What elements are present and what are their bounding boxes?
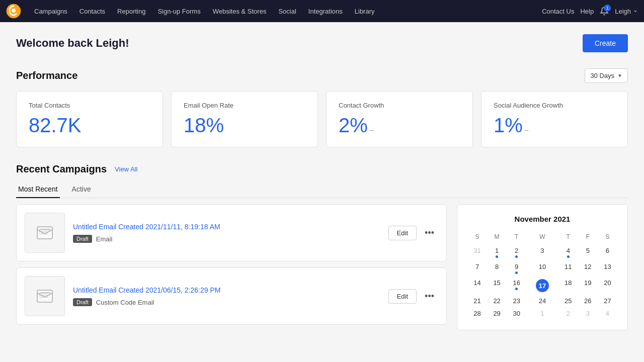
calendar-event-dot xyxy=(567,255,570,258)
calendar-day[interactable]: 9 xyxy=(507,260,526,277)
stat-trend: – xyxy=(525,126,529,134)
calendar-grid: SMTWTFS 31123456789101112131415161718192… xyxy=(467,231,617,320)
period-dropdown[interactable]: 30 Days ▼ xyxy=(585,68,628,83)
calendar-day[interactable]: 1 xyxy=(526,307,558,320)
content-area: Untitled Email Created 2021/11/11, 8:19:… xyxy=(16,198,628,330)
campaign-title[interactable]: Untitled Email Created 2021/06/15, 2:26:… xyxy=(73,286,380,294)
nav-notifications[interactable]: 1 xyxy=(600,7,609,16)
calendar-day[interactable]: 18 xyxy=(558,277,578,295)
page-header: Welcome back Leigh! Create xyxy=(16,34,628,52)
more-options-button[interactable]: ••• xyxy=(421,289,438,304)
calendar-day[interactable]: 21 xyxy=(467,295,487,307)
nav-user-menu[interactable]: Leigh xyxy=(615,8,638,15)
nav-right: Contact Us Help 1 Leigh xyxy=(542,7,638,16)
calendar-day[interactable]: 4 xyxy=(558,244,578,260)
calendar-day[interactable]: 10 xyxy=(526,260,558,277)
more-options-button[interactable]: ••• xyxy=(421,226,438,240)
stat-contact-growth: Contact Growth 2% – xyxy=(326,91,473,147)
campaign-title[interactable]: Untitled Email Created 2021/11/11, 8:19:… xyxy=(73,223,380,231)
calendar-day[interactable]: 2 xyxy=(558,307,578,320)
nav-item-integrations[interactable]: Integrations xyxy=(303,5,348,18)
nav-help[interactable]: Help xyxy=(580,8,594,15)
campaign-actions: Edit ••• xyxy=(388,289,438,304)
calendar-day[interactable]: 5 xyxy=(578,244,598,260)
calendar-day[interactable]: 22 xyxy=(487,295,507,307)
calendar-event-dot xyxy=(515,255,518,258)
campaign-info: Untitled Email Created 2021/11/11, 8:19:… xyxy=(73,223,380,243)
campaign-type: Custom Code Email xyxy=(96,299,154,306)
calendar-day-header: T xyxy=(507,231,526,244)
edit-button[interactable]: Edit xyxy=(388,289,417,304)
svg-rect-7 xyxy=(39,292,50,294)
stat-label: Total Contacts xyxy=(29,102,150,109)
calendar-day[interactable]: 4 xyxy=(598,307,617,320)
calendar-day[interactable]: 7 xyxy=(467,260,487,277)
calendar-event-dot xyxy=(515,288,518,290)
calendar-day[interactable]: 6 xyxy=(598,244,617,260)
campaign-type: Email xyxy=(96,235,113,243)
calendar-day[interactable]: 25 xyxy=(558,295,578,307)
calendar-day[interactable]: 14 xyxy=(467,277,487,295)
calendar-day[interactable]: 3 xyxy=(578,307,598,320)
svg-rect-6 xyxy=(37,290,52,302)
svg-point-1 xyxy=(12,9,16,13)
calendar-day[interactable]: 11 xyxy=(558,260,578,277)
calendar-day[interactable]: 27 xyxy=(598,295,617,307)
nav-item-reporting[interactable]: Reporting xyxy=(112,5,150,18)
nav-user-name: Leigh xyxy=(615,8,631,15)
main-content: Welcome back Leigh! Create Performance 3… xyxy=(0,22,644,342)
calendar-event-dot xyxy=(515,272,518,274)
calendar-day[interactable]: 19 xyxy=(578,277,598,295)
calendar-day-header: S xyxy=(598,231,617,244)
stat-social-audience-growth: Social Audience Growth 1% – xyxy=(481,91,628,147)
campaign-actions: Edit ••• xyxy=(388,226,438,240)
create-button[interactable]: Create xyxy=(583,34,628,52)
calendar-day[interactable]: 2 xyxy=(507,244,526,260)
performance-header: Performance 30 Days ▼ xyxy=(16,68,628,83)
performance-title: Performance xyxy=(16,70,77,81)
calendar-day-header: S xyxy=(467,231,487,244)
calendar-day[interactable]: 20 xyxy=(598,277,617,295)
calendar-day-header: W xyxy=(526,231,558,244)
campaign-meta: Draft Custom Code Email xyxy=(73,298,380,306)
calendar-day[interactable]: 31 xyxy=(467,244,487,260)
calendar-day[interactable]: 16 xyxy=(507,277,526,295)
calendar-day[interactable]: 3 xyxy=(526,244,558,260)
nav-item-campaigns[interactable]: Campaigns xyxy=(29,5,72,18)
campaign-thumbnail xyxy=(25,213,65,253)
nav-item-contacts[interactable]: Contacts xyxy=(74,5,110,18)
calendar-day[interactable]: 30 xyxy=(507,307,526,320)
calendar-day[interactable]: 12 xyxy=(578,260,598,277)
calendar-day[interactable]: 28 xyxy=(467,307,487,320)
campaign-thumbnail xyxy=(25,276,65,316)
campaign-meta: Draft Email xyxy=(73,235,380,243)
calendar-day[interactable]: 24 xyxy=(526,295,558,307)
nav-item-websites-stores[interactable]: Websites & Stores xyxy=(208,5,272,18)
calendar-day[interactable]: 8 xyxy=(487,260,507,277)
campaigns-tabs: Most Recent Active xyxy=(16,181,628,198)
nav-contact-us[interactable]: Contact Us xyxy=(542,8,574,15)
view-all-link[interactable]: View All xyxy=(115,165,137,173)
calendar-day[interactable]: 29 xyxy=(487,307,507,320)
calendar-day[interactable]: 26 xyxy=(578,295,598,307)
tab-active[interactable]: Active xyxy=(70,181,93,198)
svg-rect-3 xyxy=(39,229,50,230)
calendar-day[interactable]: 17 xyxy=(526,277,558,295)
edit-button[interactable]: Edit xyxy=(388,226,417,240)
stats-grid: Total Contacts 82.7K Email Open Rate 18%… xyxy=(16,91,628,147)
tab-most-recent[interactable]: Most Recent xyxy=(16,181,60,198)
nav-item-social[interactable]: Social xyxy=(273,5,301,18)
stat-label: Email Open Rate xyxy=(184,102,305,109)
campaign-badge: Draft xyxy=(73,235,92,243)
page-title: Welcome back Leigh! xyxy=(16,37,129,50)
calendar-day[interactable]: 1 xyxy=(487,244,507,260)
nav-item-signup-forms[interactable]: Sign-up Forms xyxy=(152,5,205,18)
calendar-day[interactable]: 23 xyxy=(507,295,526,307)
calendar-day[interactable]: 13 xyxy=(598,260,617,277)
svg-rect-2 xyxy=(37,227,52,239)
notification-badge: 1 xyxy=(604,5,611,12)
nav-logo[interactable] xyxy=(6,4,21,19)
nav-item-library[interactable]: Library xyxy=(350,5,380,18)
stat-value: 1% – xyxy=(494,114,615,137)
calendar-day[interactable]: 15 xyxy=(487,277,507,295)
